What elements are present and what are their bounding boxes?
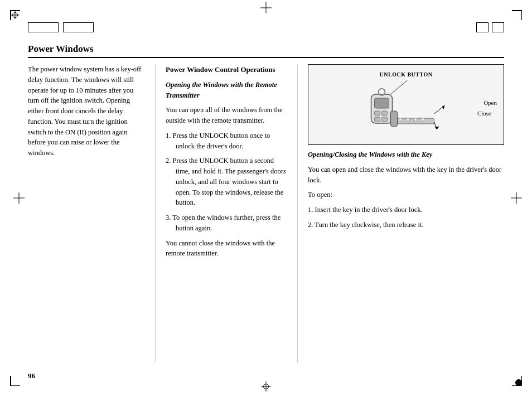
middle-step-1: 1. Press the UNLOCK button once to unloc… [176,131,287,152]
middle-step-3: 3. To open the windows further, press th… [176,213,287,234]
svg-rect-5 [375,117,380,122]
right-caption-intro: You can open and close the windows with … [308,165,504,186]
svg-rect-3 [375,111,380,115]
header-rect-1 [28,22,59,32]
corner-mark-tl [10,10,21,21]
col-separator-2 [297,64,298,363]
left-middle-crosshair [16,195,22,201]
svg-rect-12 [421,118,424,121]
header-rect-2 [63,22,94,32]
svg-rect-2 [375,98,389,108]
open-label: Open [483,98,497,108]
corner-mark-bl [10,375,21,386]
top-center-crosshair [263,4,269,11]
header-small-rect-1 [476,22,489,32]
header-area [28,22,504,32]
svg-rect-13 [391,111,398,127]
right-caption: Opening/Closing the Windows with the Key [308,151,432,158]
header-left-marks [28,22,94,32]
svg-rect-6 [382,117,388,122]
header-right-marks [476,22,504,32]
svg-rect-8 [393,118,434,124]
key-image-box: UNLOCK BUTTON [308,64,504,145]
svg-line-0 [391,80,408,94]
page: Power Windows The power window system ha… [0,0,532,396]
header-small-rect-2 [492,22,504,32]
svg-rect-4 [382,111,388,115]
svg-rect-9 [399,118,403,121]
svg-rect-11 [414,118,417,121]
middle-note: You cannot close the windows with the re… [166,238,287,259]
section-title: Power Windows [28,44,504,55]
middle-heading: Power Window Control Operations [166,65,275,74]
right-steps-list: 1. Insert the key in the driver's door l… [308,205,504,230]
right-step-1: 1. Insert the key in the driver's door l… [318,205,504,215]
middle-step-2: 2. Press the UNLOCK button a second time… [176,156,287,208]
right-column: UNLOCK BUTTON [308,64,504,363]
col-separator-1 [155,64,156,363]
left-column: The power window system has a key-off de… [28,64,145,363]
key-illustration [317,80,498,142]
right-to-open-heading: To open: [308,190,504,200]
content-area: The power window system has a key-off de… [28,64,504,363]
right-step-2: 2. Turn the key clockwise, then release … [318,220,504,230]
middle-column: Power Window Control Operations Opening … [166,64,287,363]
unlock-button-label: UNLOCK BUTTON [380,70,433,79]
section-title-area: Power Windows [28,44,504,58]
page-number: 96 [28,371,35,380]
left-body-text: The power window system has a key-off de… [28,64,145,158]
middle-intro: You can open all of the windows from the… [166,105,287,126]
bottom-right-reg-mark [515,379,522,386]
middle-subheading: Opening the Windows with the Remote Tran… [166,81,277,99]
middle-steps-list: 1. Press the UNLOCK button once to unloc… [166,131,287,234]
close-label: Close [477,109,491,118]
corner-mark-tr [511,10,522,21]
title-rule [28,57,504,58]
right-middle-crosshair [513,195,520,201]
svg-marker-17 [435,127,439,129]
key-svg [317,80,498,142]
svg-rect-10 [407,118,410,121]
bottom-center-crosshair [263,384,269,389]
